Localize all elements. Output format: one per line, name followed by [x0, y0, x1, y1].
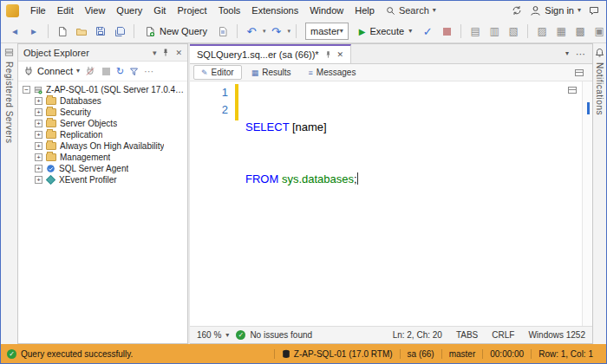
filter-icon[interactable] — [129, 67, 139, 76]
actual-plan-icon[interactable]: ▧ — [505, 23, 522, 40]
cancel-query-button[interactable] — [438, 23, 455, 40]
folder-icon — [46, 153, 56, 161]
pane-options[interactable] — [575, 68, 589, 78]
undo-dropdown-icon[interactable]: ▾ — [263, 28, 266, 35]
notifications-bell-icon — [595, 48, 604, 58]
line-ending[interactable]: CRLF — [492, 330, 514, 340]
zoom-control[interactable]: 160 % ▾ — [197, 330, 229, 340]
object-explorer-tree: − Z-AP-SQL-01 (SQL Server 17.0.4005.7 - … — [18, 81, 187, 343]
status-database-text: master — [449, 349, 476, 359]
menu-item-edit[interactable]: Edit — [52, 3, 79, 18]
live-query-stats-icon[interactable]: ▥ — [486, 23, 503, 40]
results-to-text-icon[interactable]: ▨ — [533, 23, 551, 40]
tab-results[interactable]: ▦ Results — [244, 65, 299, 80]
menu-item-file[interactable]: File — [25, 3, 51, 18]
success-check-icon: ✓ — [7, 349, 16, 359]
connect-button[interactable]: Connect ▾ — [23, 66, 80, 76]
object-explorer-toolbar: Connect ▾ ↻ ⋯ — [18, 62, 187, 81]
status-login-text: sa (66) — [408, 349, 434, 359]
close-tab-icon[interactable]: ✕ — [337, 50, 344, 59]
expand-icon[interactable]: + — [35, 142, 42, 150]
search-control[interactable]: Search ▾ — [381, 3, 441, 18]
tree-item-replication[interactable]: + Replication — [18, 129, 187, 140]
menu-item-window[interactable]: Window — [304, 3, 349, 18]
database-combo[interactable]: master ▾ — [305, 23, 349, 40]
tree-item-security[interactable]: + Security — [18, 107, 187, 118]
results-to-file-icon[interactable]: ▩ — [571, 23, 589, 40]
save-button[interactable] — [92, 23, 109, 40]
tab-editor[interactable]: ✎ Editor — [193, 65, 242, 80]
stop-square — [102, 68, 110, 75]
new-query-button[interactable]: New Query — [140, 23, 212, 40]
disconnect-icon[interactable] — [85, 66, 95, 76]
expand-icon[interactable]: + — [35, 131, 42, 139]
navigate-back-icon[interactable]: ◂ — [6, 23, 23, 40]
menu-item-project[interactable]: Project — [172, 3, 212, 18]
tab-list-chevron-icon[interactable]: ▾ — [565, 50, 569, 57]
navigate-forward-icon[interactable]: ▸ — [25, 23, 42, 40]
tree-item-management[interactable]: + Management — [18, 152, 187, 163]
sign-in-button[interactable]: Sign in ▾ — [530, 5, 581, 16]
expand-icon[interactable]: + — [35, 153, 42, 161]
redo-dropdown-icon[interactable]: ▾ — [288, 28, 291, 35]
issues-indicator[interactable]: ✓ No issues found — [236, 330, 312, 340]
database-combo-value: master — [310, 26, 340, 36]
pin-icon[interactable] — [161, 48, 170, 57]
folder-icon — [46, 108, 56, 116]
encoding[interactable]: Windows 1252 — [528, 330, 585, 340]
expand-icon[interactable]: + — [35, 165, 42, 172]
expand-icon[interactable]: + — [35, 120, 42, 127]
tree-item-server[interactable]: − Z-AP-SQL-01 (SQL Server 17.0.4005.7 - … — [18, 84, 187, 95]
indent-mode[interactable]: TABS — [456, 330, 478, 340]
window-position-chevron-icon[interactable]: ▾ — [153, 49, 157, 57]
menu-item-view[interactable]: View — [80, 3, 111, 18]
open-file-button[interactable] — [73, 23, 90, 40]
tree-item-always-on[interactable]: + Always On High Availability — [18, 140, 187, 152]
tree-item-databases[interactable]: + Databases — [18, 95, 187, 107]
tree-item-server-objects[interactable]: + Server Objects — [18, 118, 187, 129]
tab-messages[interactable]: ≡ Messages — [301, 65, 364, 80]
close-panel-icon[interactable]: ✕ — [175, 49, 182, 57]
undo-icon[interactable]: ↶ — [243, 23, 260, 40]
save-all-button[interactable] — [111, 23, 128, 40]
parse-query-icon[interactable]: ✓ — [419, 23, 436, 40]
collapse-icon[interactable]: − — [23, 86, 30, 94]
menu-item-git[interactable]: Git — [148, 3, 171, 18]
expand-icon[interactable]: + — [35, 108, 42, 116]
editor-pencil-icon: ✎ — [201, 68, 208, 77]
toolbar-separator — [527, 24, 528, 38]
registered-servers-strip[interactable]: Registered Servers — [1, 43, 17, 344]
menu-item-tools[interactable]: Tools — [213, 3, 246, 18]
feedback-icon[interactable] — [589, 6, 599, 16]
expand-icon[interactable]: + — [35, 97, 42, 105]
results-to-grid-icon[interactable]: ▦ — [552, 23, 570, 40]
document-tab[interactable]: SQLQuery1.sq...er (sa (66))* ✕ — [190, 44, 351, 63]
sqlcmd-mode-icon[interactable]: ▣ — [591, 23, 607, 40]
menu-item-query[interactable]: Query — [111, 3, 147, 18]
redo-icon[interactable]: ↷ — [268, 23, 285, 40]
vertical-scrollbar[interactable] — [582, 81, 592, 326]
menu-item-extensions[interactable]: Extensions — [246, 3, 304, 18]
code-editor[interactable]: 1 2 SELECT [name] FROM sys.databases; — [190, 81, 592, 326]
estimated-plan-icon[interactable]: ▤ — [467, 23, 484, 40]
refresh-icon[interactable]: ↻ — [116, 66, 124, 77]
notifications-strip[interactable]: Notifications — [593, 43, 606, 344]
open-query-button[interactable] — [214, 23, 232, 40]
execute-button[interactable]: ▶ Execute ▾ — [354, 23, 417, 40]
more-tabs-icon[interactable]: ⋯ — [576, 49, 585, 60]
execute-play-icon: ▶ — [359, 27, 366, 36]
tree-item-xevent-profiler[interactable]: + XEvent Profiler — [18, 174, 187, 185]
sync-status-icon[interactable] — [512, 5, 522, 16]
new-file-button[interactable] — [54, 23, 71, 40]
cursor-position[interactable]: Ln: 2, Ch: 20 — [393, 330, 442, 340]
expand-icon[interactable]: + — [35, 176, 42, 184]
split-editor-icon[interactable] — [568, 85, 577, 95]
stop-icon[interactable] — [101, 66, 111, 76]
line-number: 2 — [190, 101, 228, 119]
tree-item-sql-server-agent[interactable]: + SQL Server Agent — [18, 163, 187, 174]
menu-item-help[interactable]: Help — [349, 3, 380, 18]
pin-icon[interactable] — [324, 50, 332, 59]
more-actions-icon[interactable]: ⋯ — [144, 66, 153, 77]
status-cell-position: Row: 1, Col: 1 — [531, 349, 600, 359]
standard-toolbar: ◂ ▸ New Query ↶ ▾ ↷ ▾ master ▾ — [1, 20, 606, 43]
